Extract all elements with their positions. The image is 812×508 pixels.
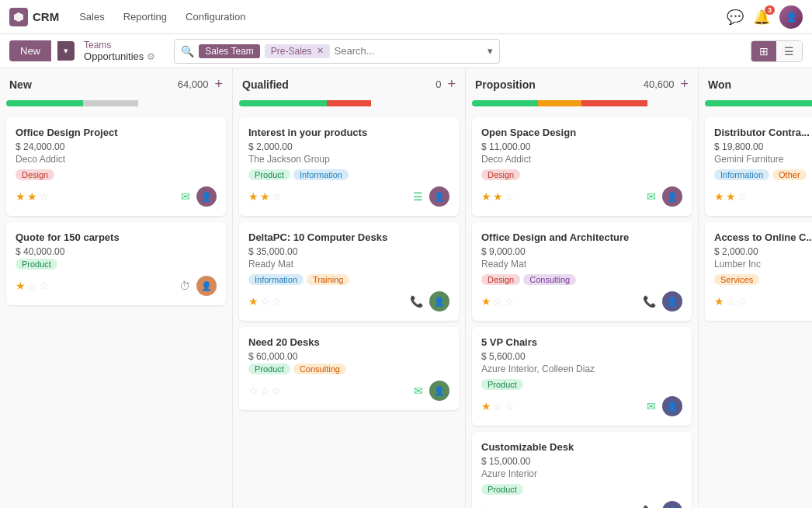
filter-sales-team[interactable]: Sales Team <box>199 44 259 58</box>
col-add-new[interactable]: + <box>214 76 223 92</box>
card-tag[interactable]: Consulting <box>523 274 576 285</box>
star-empty[interactable]: ☆ <box>505 505 515 508</box>
star-empty[interactable]: ☆ <box>505 400 515 412</box>
search-input[interactable] <box>335 45 484 57</box>
card-tags: Design <box>481 169 682 180</box>
star-filled: ★ <box>714 190 724 203</box>
nav-reporting[interactable]: Reporting <box>116 6 175 27</box>
card-tag[interactable]: Information <box>248 274 304 285</box>
star-empty[interactable]: ☆ <box>39 190 49 203</box>
search-bar: 🔍 Sales Team Pre-Sales ✕ ▾ <box>174 39 500 64</box>
card-title: DeltaPC: 10 Computer Desks <box>248 231 449 243</box>
email-action-icon[interactable]: ✉ <box>647 190 656 203</box>
phone-action-icon[interactable]: 📞 <box>410 295 423 308</box>
star-empty[interactable]: ☆ <box>726 295 736 308</box>
col-add-proposition[interactable]: + <box>680 76 689 92</box>
card-tag[interactable]: Services <box>714 274 759 285</box>
star-empty[interactable]: ☆ <box>272 384 282 397</box>
star-empty[interactable]: ☆ <box>493 505 503 508</box>
card-company: Deco Addict <box>481 154 682 165</box>
col-count-proposition: 40,600 <box>644 78 675 90</box>
kanban-card[interactable]: Interest in your products $ 2,000.00 The… <box>239 117 459 216</box>
star-empty[interactable]: ☆ <box>737 190 748 203</box>
email-action-icon[interactable]: ✉ <box>647 400 656 412</box>
star-filled: ★ <box>260 190 270 203</box>
kanban-card[interactable]: Quote for 150 carpets $ 40,000.00 Produc… <box>6 222 226 305</box>
card-footer: ★☆☆ ⏱ 👤 <box>16 276 217 296</box>
kanban-card[interactable]: DeltaPC: 10 Computer Desks $ 35,000.00 R… <box>239 222 459 321</box>
kanban-card[interactable]: Distributor Contra... $ 19,800.00 Gemini… <box>705 117 812 216</box>
star-empty[interactable]: ☆ <box>39 280 49 292</box>
card-stars: ★☆☆ <box>16 280 49 292</box>
star-empty[interactable]: ☆ <box>737 295 748 308</box>
app-logo[interactable]: CRM <box>9 8 59 26</box>
nav-configuration[interactable]: Configuration <box>178 6 253 27</box>
star-empty[interactable]: ☆ <box>260 295 270 308</box>
card-footer: ★★☆ ✉ 👤 <box>16 186 217 207</box>
star-empty[interactable]: ☆ <box>493 400 503 412</box>
card-stars: ★☆☆ <box>481 295 515 308</box>
breadcrumb-teams[interactable]: Teams <box>84 40 155 50</box>
card-tag[interactable]: Design <box>481 274 520 285</box>
card-tag[interactable]: Product <box>248 364 290 374</box>
remove-presales-filter[interactable]: ✕ <box>317 46 324 56</box>
new-button-dropdown[interactable]: ▾ <box>57 41 75 61</box>
list-action-icon[interactable]: ☰ <box>413 190 423 203</box>
card-actions: 📞 👤 <box>643 291 682 311</box>
card-user-avatar: 👤 <box>429 381 449 401</box>
kanban-card[interactable]: Office Design and Architecture $ 9,000.0… <box>472 222 692 321</box>
star-empty[interactable]: ☆ <box>493 295 503 308</box>
progress-bar-qualified <box>239 100 459 106</box>
card-amount: $ 2,000.00 <box>248 141 449 152</box>
notification-button[interactable]: 🔔 3 <box>753 9 770 26</box>
card-tag[interactable]: Design <box>16 169 54 180</box>
card-tag[interactable]: Product <box>481 484 523 495</box>
card-stars: ★☆☆ <box>714 295 748 308</box>
kanban-card[interactable]: 5 VP Chairs $ 5,600.00 Azure Interior, C… <box>472 327 692 426</box>
opportunities-settings-icon[interactable]: ⚙ <box>147 51 155 62</box>
kanban-card[interactable]: Customizable Desk $ 15,000.00 Azure Inte… <box>472 432 692 508</box>
star-empty[interactable]: ☆ <box>505 295 515 308</box>
col-count-new: 64,000 <box>178 78 209 90</box>
card-tag[interactable]: Other <box>772 169 807 180</box>
card-tag[interactable]: Product <box>248 169 290 180</box>
user-avatar[interactable]: 👤 <box>779 5 803 29</box>
card-tag[interactable]: Product <box>16 259 57 270</box>
card-title: Open Space Design <box>481 127 682 138</box>
card-tag[interactable]: Training <box>307 274 349 285</box>
card-tag[interactable]: Design <box>481 169 520 180</box>
kanban-card[interactable]: Office Design Project $ 24,000.00 Deco A… <box>6 117 226 216</box>
card-actions: 📞 👤 <box>410 291 449 311</box>
filter-presales[interactable]: Pre-Sales ✕ <box>265 44 330 58</box>
card-tag[interactable]: Information <box>714 169 769 180</box>
kanban-card[interactable]: Need 20 Desks $ 60,000.00 ProductConsult… <box>239 327 459 410</box>
card-tag[interactable]: Consulting <box>293 364 346 374</box>
new-button[interactable]: New <box>9 40 51 61</box>
star-empty[interactable]: ☆ <box>272 190 282 203</box>
email-action-icon[interactable]: ✉ <box>414 384 423 397</box>
kanban-card[interactable]: Open Space Design $ 11,000.00 Deco Addic… <box>472 117 692 216</box>
view-toggle: ⊞ ☰ <box>751 40 803 62</box>
star-empty[interactable]: ☆ <box>260 384 270 397</box>
kanban-board: New 64,000 + Office Design Project $ 24,… <box>0 68 812 508</box>
list-view-button[interactable]: ☰ <box>776 41 802 61</box>
card-stars: ★☆☆ <box>248 295 282 308</box>
kanban-view-button[interactable]: ⊞ <box>751 41 776 61</box>
card-tag[interactable]: Information <box>293 169 349 180</box>
kanban-card[interactable]: Access to Online C... $ 2,000.00 Lumber … <box>705 222 812 321</box>
phone-action-icon[interactable]: 📞 <box>643 505 656 508</box>
chat-button[interactable]: 💬 <box>727 9 744 26</box>
card-tag[interactable]: Product <box>481 379 523 390</box>
star-empty[interactable]: ☆ <box>505 190 515 203</box>
star-empty[interactable]: ☆ <box>272 295 282 308</box>
star-empty[interactable]: ☆ <box>27 280 37 292</box>
col-add-qualified[interactable]: + <box>447 76 456 92</box>
nav-sales[interactable]: Sales <box>71 6 113 27</box>
svg-marker-0 <box>14 12 23 22</box>
email-action-icon[interactable]: ✉ <box>181 190 190 203</box>
clock-action-icon[interactable]: ⏱ <box>179 280 190 292</box>
phone-action-icon[interactable]: 📞 <box>643 295 656 308</box>
search-dropdown-icon[interactable]: ▾ <box>488 45 493 57</box>
star-filled: ★ <box>493 190 503 203</box>
star-empty[interactable]: ☆ <box>248 384 259 397</box>
